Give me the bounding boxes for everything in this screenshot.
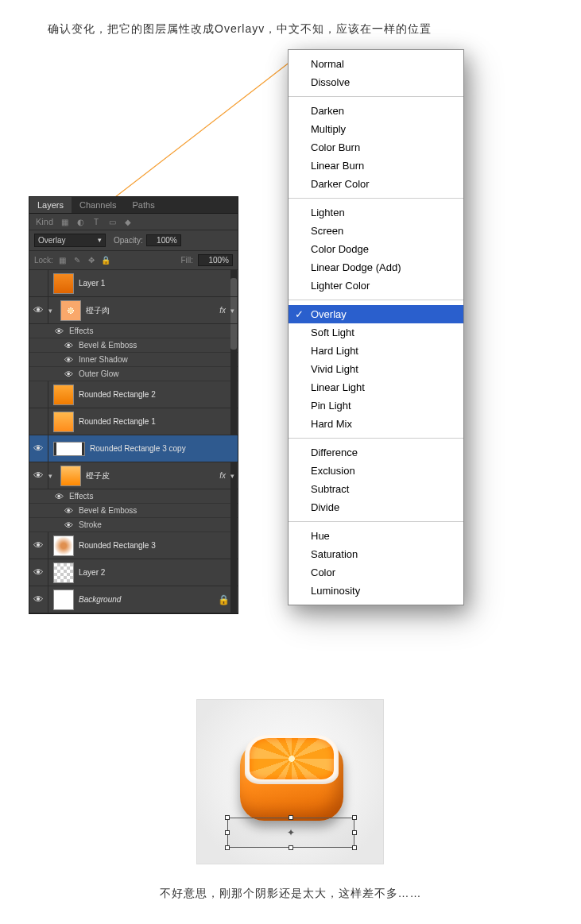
lock-all-icon[interactable]: 🔒	[101, 256, 110, 265]
blend-mode-option[interactable]: Dissolve	[289, 73, 463, 91]
layer-thumbnail[interactable]	[53, 385, 74, 405]
eye-icon[interactable]: 👁	[29, 408, 48, 435]
layer-row[interactable]: 👁Background🔒	[29, 586, 238, 613]
handle-mid-right[interactable]	[352, 830, 357, 835]
eye-icon[interactable]: 👁	[29, 559, 48, 586]
blend-mode-option[interactable]: Lighten	[289, 203, 463, 222]
disclosure-triangle-icon[interactable]: ▾	[48, 472, 52, 480]
layer-thumbnail[interactable]	[53, 442, 85, 456]
fx-badge[interactable]: fx	[219, 471, 226, 480]
fx-disclosure-icon[interactable]: ▾	[230, 472, 234, 480]
layer-name-label[interactable]: Background	[79, 595, 218, 604]
layer-thumbnail[interactable]	[53, 563, 74, 583]
blend-mode-option[interactable]: Hard Light	[289, 342, 463, 360]
blend-mode-option[interactable]: Saturation	[289, 545, 463, 563]
eye-icon[interactable]: 👁	[29, 435, 48, 462]
blend-mode-option[interactable]: Luminosity	[289, 582, 463, 600]
transform-center-icon[interactable]: ✦	[287, 829, 295, 837]
filter-type-icon[interactable]: T	[91, 217, 101, 226]
blend-mode-option[interactable]: Overlay	[289, 305, 463, 323]
filter-smart-icon[interactable]: ◆	[123, 217, 133, 226]
blend-mode-option[interactable]: Linear Dodge (Add)	[289, 258, 463, 276]
lock-transparency-icon[interactable]: ▦	[58, 256, 68, 265]
tab-channels[interactable]: Channels	[72, 197, 124, 213]
layer-row[interactable]: 👁▾橙子皮fx▾	[29, 462, 238, 489]
handle-top-left[interactable]	[225, 815, 230, 820]
disclosure-triangle-icon[interactable]: ▾	[48, 307, 52, 315]
tab-layers[interactable]: Layers	[29, 197, 72, 213]
layer-name-label[interactable]: Rounded Rectangle 1	[79, 417, 238, 426]
fx-badge[interactable]: fx	[219, 306, 226, 315]
eye-icon[interactable]: 👁	[29, 532, 48, 559]
eye-icon[interactable]: 👁	[53, 492, 64, 501]
layer-effects-header[interactable]: 👁Effects	[29, 324, 238, 338]
lock-paint-icon[interactable]: ✎	[72, 256, 82, 265]
fill-input[interactable]: 100%	[198, 254, 233, 266]
handle-mid-left[interactable]	[225, 830, 230, 835]
layer-thumbnail[interactable]	[53, 273, 74, 294]
eye-icon[interactable]: 👁	[53, 327, 64, 336]
layer-row[interactable]: 👁Rounded Rectangle 2	[29, 381, 238, 408]
eye-icon[interactable]: 👁	[29, 297, 48, 323]
layer-effect-item[interactable]: 👁Inner Shadow	[29, 353, 238, 367]
eye-icon[interactable]: 👁	[63, 369, 74, 379]
layer-name-label[interactable]: Layer 1	[79, 279, 238, 288]
layer-row[interactable]: 👁Rounded Rectangle 1	[29, 408, 238, 435]
blend-mode-option[interactable]: Hue	[289, 527, 463, 545]
blend-mode-option[interactable]: Vivid Light	[289, 360, 463, 378]
tab-paths[interactable]: Paths	[125, 197, 163, 213]
blend-mode-option[interactable]: Linear Light	[289, 378, 463, 396]
blend-mode-option[interactable]: Exclusion	[289, 462, 463, 480]
fx-disclosure-icon[interactable]: ▾	[230, 307, 234, 315]
handle-bot-mid[interactable]	[289, 845, 293, 850]
layer-name-label[interactable]: Rounded Rectangle 2	[79, 390, 238, 399]
layer-row[interactable]: 👁Layer 1	[29, 270, 238, 297]
blend-mode-option[interactable]: Hard Mix	[289, 415, 463, 433]
transform-bounding-box[interactable]: ✦	[227, 818, 354, 848]
layer-thumbnail[interactable]	[53, 590, 74, 610]
layer-row[interactable]: 👁Rounded Rectangle 3 copy	[29, 435, 238, 462]
blend-mode-option[interactable]: Screen	[289, 222, 463, 240]
handle-bot-left[interactable]	[225, 845, 230, 850]
filter-pixel-icon[interactable]: ▦	[60, 217, 69, 226]
layer-effect-item[interactable]: 👁Bevel & Emboss	[29, 504, 238, 518]
blend-mode-option[interactable]: Color Burn	[289, 138, 463, 157]
layer-row[interactable]: 👁Rounded Rectangle 3	[29, 532, 238, 559]
layer-effect-item[interactable]: 👁Outer Glow	[29, 367, 238, 381]
blend-mode-option[interactable]: Multiply	[289, 120, 463, 138]
blend-mode-option[interactable]: Pin Light	[289, 396, 463, 415]
blend-mode-option[interactable]: Color Dodge	[289, 240, 463, 258]
layer-name-label[interactable]: 橙子肉	[86, 305, 219, 316]
blend-mode-option[interactable]: Linear Burn	[289, 157, 463, 175]
layer-thumbnail[interactable]	[60, 466, 81, 486]
eye-icon[interactable]: 👁	[29, 462, 48, 489]
blend-mode-option[interactable]: Subtract	[289, 480, 463, 498]
layer-row[interactable]: 👁Layer 2	[29, 559, 238, 586]
layer-effect-item[interactable]: 👁Bevel & Emboss	[29, 338, 238, 353]
blend-mode-option[interactable]: Darker Color	[289, 175, 463, 193]
blend-mode-option[interactable]: Normal	[289, 55, 463, 73]
handle-top-mid[interactable]	[289, 815, 293, 820]
handle-top-right[interactable]	[352, 815, 357, 820]
layer-name-label[interactable]: Layer 2	[79, 568, 238, 577]
blend-mode-option[interactable]: Color	[289, 563, 463, 582]
eye-icon[interactable]: 👁	[29, 381, 48, 408]
filter-adjust-icon[interactable]: ◐	[76, 217, 85, 226]
eye-icon[interactable]: 👁	[29, 270, 48, 296]
blend-mode-option[interactable]: Soft Light	[289, 323, 463, 342]
blend-mode-option[interactable]: Lighter Color	[289, 276, 463, 295]
layer-thumbnail[interactable]	[60, 300, 81, 321]
handle-bot-right[interactable]	[352, 845, 357, 850]
layer-thumbnail[interactable]	[53, 535, 74, 556]
layer-thumbnail[interactable]	[53, 412, 74, 432]
eye-icon[interactable]: 👁	[29, 586, 48, 613]
eye-icon[interactable]: 👁	[63, 341, 74, 350]
filter-shape-icon[interactable]: ▭	[107, 217, 117, 226]
blend-mode-option[interactable]: Divide	[289, 498, 463, 516]
blend-mode-option[interactable]: Difference	[289, 443, 463, 462]
blend-mode-option[interactable]: Darken	[289, 102, 463, 120]
layer-name-label[interactable]: Rounded Rectangle 3	[79, 541, 238, 550]
layer-name-label[interactable]: Rounded Rectangle 3 copy	[90, 444, 238, 453]
layer-row[interactable]: 👁▾橙子肉fx▾	[29, 297, 238, 324]
blend-mode-select[interactable]: Overlay	[34, 234, 106, 247]
